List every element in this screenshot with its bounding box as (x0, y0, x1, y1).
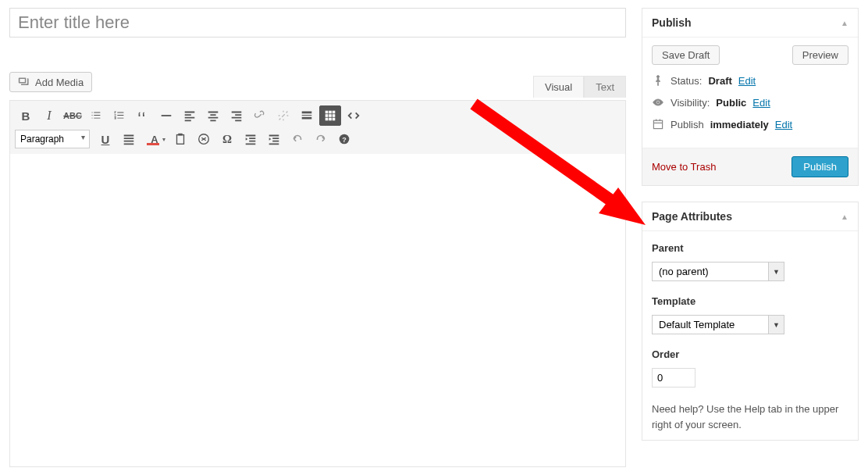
template-select[interactable]: Default Template (652, 315, 769, 334)
unlink-btn[interactable] (272, 105, 294, 126)
publish-box: Publish ▲ Save Draft Preview Status: Dra… (642, 8, 859, 186)
text-color-btn[interactable]: A ▾ (141, 129, 168, 149)
add-media-label: Add Media (35, 77, 84, 88)
help-text: Need help? Use the Help tab in the upper… (652, 402, 848, 432)
hr-btn[interactable] (155, 105, 177, 126)
status-row: Status: Draft Edit (652, 74, 848, 87)
preview-button[interactable]: Preview (792, 45, 848, 65)
svg-rect-14 (653, 120, 662, 128)
edit-visibility-link[interactable]: Edit (752, 97, 770, 109)
indent-btn[interactable] (263, 129, 285, 149)
tab-text[interactable]: Text (584, 76, 626, 98)
svg-rect-10 (177, 135, 184, 145)
publish-button[interactable]: Publish (792, 156, 848, 177)
parent-label: Parent (652, 242, 848, 254)
calendar-icon (652, 118, 664, 130)
svg-rect-0 (162, 115, 172, 116)
chevron-down-icon[interactable]: ▼ (769, 315, 784, 334)
svg-rect-2 (329, 111, 332, 114)
clear-format-btn[interactable] (193, 129, 215, 149)
pin-icon (652, 74, 664, 87)
undo-btn[interactable] (286, 129, 308, 149)
svg-rect-8 (329, 118, 332, 121)
chevron-down-icon[interactable]: ▼ (769, 262, 784, 281)
order-label: Order (652, 348, 848, 360)
publish-box-toggle[interactable]: ▲ (841, 19, 848, 27)
italic-btn[interactable]: I (38, 105, 60, 126)
edit-schedule-link[interactable]: Edit (775, 119, 792, 130)
eye-icon (652, 96, 664, 109)
svg-rect-3 (333, 111, 336, 114)
quote-btn[interactable] (132, 105, 154, 126)
tab-visual[interactable]: Visual (533, 76, 584, 98)
template-label: Template (652, 295, 848, 307)
underline-btn[interactable]: U (94, 129, 116, 149)
edit-status-link[interactable]: Edit (738, 75, 756, 87)
bold-btn[interactable]: B (15, 105, 37, 126)
outdent-btn[interactable] (240, 129, 261, 149)
parent-select[interactable]: (no parent) (652, 262, 769, 281)
strike-btn[interactable]: ABC (62, 105, 84, 126)
svg-rect-7 (326, 118, 329, 121)
svg-rect-11 (178, 134, 182, 136)
align-left-btn[interactable] (179, 105, 201, 126)
svg-rect-1 (326, 111, 329, 114)
link-btn[interactable] (249, 105, 271, 126)
title-input[interactable] (9, 8, 626, 38)
editor-body[interactable] (10, 154, 625, 466)
editor: Visual Text B I ABC (9, 100, 626, 467)
help-btn[interactable]: ? (333, 129, 355, 149)
page-attributes-title: Page Attributes (652, 210, 732, 223)
bullet-list-btn[interactable] (85, 105, 107, 126)
align-center-btn[interactable] (202, 105, 224, 126)
align-right-btn[interactable] (226, 105, 247, 126)
format-select[interactable]: Paragraph (15, 130, 90, 148)
more-btn[interactable] (296, 105, 318, 126)
svg-rect-5 (329, 114, 332, 117)
redo-btn[interactable] (310, 129, 332, 149)
save-draft-button[interactable]: Save Draft (652, 45, 720, 65)
code-btn[interactable] (343, 105, 365, 126)
justify-btn[interactable] (118, 129, 140, 149)
media-icon (18, 76, 30, 88)
svg-rect-9 (333, 118, 336, 121)
toolbar-toggle-btn[interactable] (319, 105, 341, 126)
publish-box-title: Publish (652, 16, 692, 29)
visibility-row: Visibility: Public Edit (652, 96, 848, 109)
number-list-btn[interactable] (108, 105, 130, 126)
editor-toolbar: B I ABC (10, 101, 625, 154)
schedule-row: Publish immediately Edit (652, 118, 848, 130)
svg-rect-4 (326, 114, 329, 117)
order-input[interactable] (652, 368, 695, 388)
page-attributes-box: Page Attributes ▲ Parent (no parent) ▼ T… (642, 202, 859, 441)
special-char-btn[interactable]: Ω (216, 129, 238, 149)
move-to-trash-link[interactable]: Move to Trash (652, 161, 716, 173)
svg-rect-6 (333, 114, 336, 117)
page-attributes-toggle[interactable]: ▲ (841, 212, 848, 221)
svg-text:?: ? (342, 136, 347, 144)
add-media-button[interactable]: Add Media (9, 72, 92, 92)
paste-text-btn[interactable] (169, 129, 191, 149)
